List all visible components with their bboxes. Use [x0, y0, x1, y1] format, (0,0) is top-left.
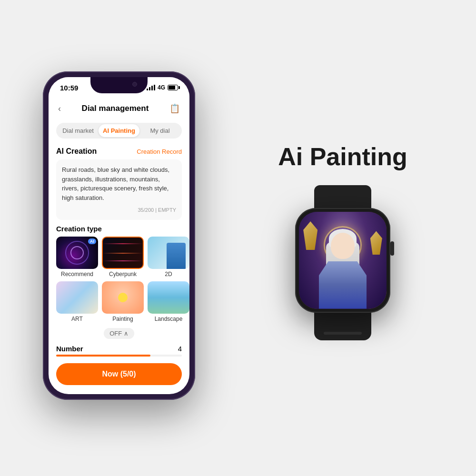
type-landscape[interactable]: Landscape [148, 281, 189, 322]
number-section: Number 4 [56, 345, 182, 353]
type-2d[interactable]: 2D [148, 237, 189, 278]
slider-fill [56, 355, 150, 357]
watch-band-top [314, 185, 371, 209]
watch-screen [299, 212, 387, 309]
ai-creation-title: AI Creation [56, 147, 97, 156]
phone-notch [90, 77, 148, 93]
thumb-cyberpunk [102, 237, 144, 269]
type-cyberpunk[interactable]: Cyberpunk [102, 237, 144, 278]
number-slider[interactable] [56, 355, 182, 357]
network-label: 4G [158, 84, 165, 91]
thumb-landscape [148, 281, 189, 314]
ai-painting-title: Ai Painting [278, 143, 407, 170]
type-painting-label: Painting [112, 316, 133, 322]
toggle-container: OFF ∧ [56, 326, 182, 341]
thumb-2d [148, 237, 189, 269]
type-cyberpunk-label: Cyberpunk [109, 271, 137, 278]
status-icons: 4G [147, 84, 178, 91]
ai-prompt-textarea[interactable]: Rural roads, blue sky and white clouds, … [56, 159, 182, 220]
tab-ai-painting[interactable]: AI Painting [99, 124, 139, 137]
battery-icon [168, 85, 178, 90]
status-time: 10:59 [60, 84, 78, 92]
off-toggle[interactable]: OFF ∧ [104, 328, 134, 339]
nav-bar: ‹ Dial management 📋 [49, 98, 189, 119]
watch-body [295, 208, 390, 313]
front-camera [132, 82, 137, 87]
nav-title: Dial management [82, 104, 149, 113]
watch-band-bottom [314, 312, 371, 340]
text-counter: 35/200 | EMPTY [62, 206, 176, 214]
scene: 10:59 4G [0, 0, 476, 476]
ai-creation-header: AI Creation Creation Record [56, 147, 182, 156]
number-value: 4 [178, 345, 182, 353]
signal-icon [147, 85, 155, 90]
watch-band-clasp [324, 332, 362, 335]
type-landscape-label: Landscape [155, 316, 183, 322]
phone-screen: 10:59 4G [49, 77, 189, 394]
watch-wrapper [281, 185, 405, 333]
screen-content: AI Creation Creation Record Rural roads,… [49, 142, 189, 390]
thumb-painting [102, 281, 144, 314]
watch-wallpaper [299, 212, 387, 309]
thumb-recommend [56, 237, 98, 269]
clipboard-icon[interactable]: 📋 [169, 103, 180, 114]
back-button[interactable]: ‹ [58, 104, 61, 114]
now-button[interactable]: Now (5/0) [56, 363, 182, 385]
number-label: Number [56, 345, 83, 353]
type-recommend[interactable]: Recommend [56, 237, 98, 278]
thumb-art [56, 281, 98, 314]
tab-my-dial[interactable]: My dial [139, 124, 180, 137]
character-body [314, 233, 371, 309]
creation-record-link[interactable]: Creation Record [137, 148, 182, 155]
type-art-label: ART [71, 316, 83, 322]
type-art[interactable]: ART [56, 281, 98, 322]
type-recommend-label: Recommend [61, 271, 93, 278]
right-side: Ai Painting [252, 143, 433, 332]
phone-wrapper: 10:59 4G [43, 71, 205, 414]
creation-type-grid: Recommend Cyberpunk [56, 237, 182, 322]
watch-crown [390, 241, 394, 256]
phone: 10:59 4G [43, 71, 195, 400]
type-painting[interactable]: Painting [102, 281, 144, 322]
tab-bar: Dial market AI Painting My dial [56, 123, 182, 139]
ai-prompt-text: Rural roads, blue sky and white clouds, … [62, 166, 169, 201]
tab-dial-market[interactable]: Dial market [58, 124, 99, 137]
type-2d-label: 2D [165, 271, 172, 278]
creation-type-title: Creation type [56, 225, 182, 233]
